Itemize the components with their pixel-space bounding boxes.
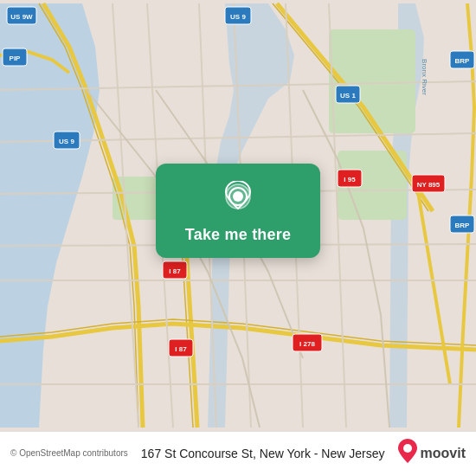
svg-text:I 87: I 87 [175,345,187,353]
svg-point-42 [233,191,243,202]
osm-credit: © OpenStreetMap contributors [10,448,128,458]
svg-text:I 95: I 95 [344,176,356,183]
svg-text:I 87: I 87 [169,267,181,275]
moovit-pin-icon [398,439,417,467]
svg-text:NY 895: NY 895 [417,181,441,189]
svg-text:I 278: I 278 [299,340,315,348]
svg-text:US 9: US 9 [59,138,74,145]
svg-text:BRP: BRP [455,222,471,229]
location-card: Take me there [156,164,320,258]
map-container: US 9W US 9 US 9 US 1 I 95 I 87 I 87 [0,0,476,431]
take-me-there-button[interactable]: Take me there [185,226,291,244]
moovit-text: moovit [421,446,466,461]
app-container: US 9W US 9 US 9 US 1 I 95 I 87 I 87 [0,0,476,476]
map-pin-icon [219,181,257,219]
svg-point-44 [403,444,412,453]
address-text: 167 St Concourse St, New York - New Jers… [135,447,391,460]
moovit-logo: moovit [398,439,466,467]
bottom-bar: © OpenStreetMap contributors 167 St Conc… [0,431,476,476]
svg-text:PIP: PIP [10,55,22,62]
svg-text:US 9: US 9 [230,13,246,21]
svg-text:US 1: US 1 [340,92,356,100]
svg-text:BRP: BRP [455,57,471,65]
svg-text:Bronx River: Bronx River [421,59,428,95]
svg-text:US 9W: US 9W [10,13,33,21]
